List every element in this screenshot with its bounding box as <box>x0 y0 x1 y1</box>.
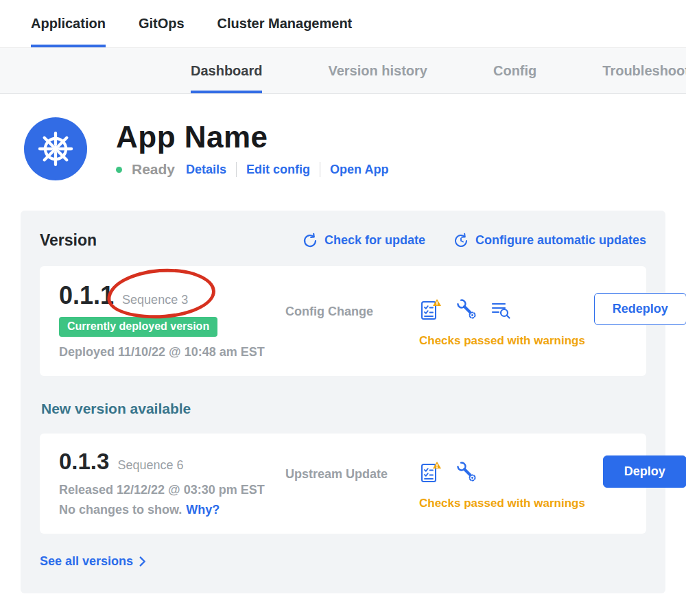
available-version-number: 0.1.3 <box>59 449 109 475</box>
page-title: App Name <box>116 120 388 154</box>
available-version-actions: Deploy Checks passed with warnings <box>419 449 686 517</box>
kubernetes-logo <box>24 117 87 180</box>
panel-actions: Check for update Configure automatic upd… <box>302 233 646 249</box>
status-text: Ready <box>132 161 175 178</box>
current-version-number: 0.1.1 <box>59 281 114 310</box>
released-timestamp: Released 12/12/22 @ 03:30 pm EST <box>59 483 285 497</box>
available-checks-status: Checks passed with warnings <box>419 497 585 510</box>
tab-config[interactable]: Config <box>493 48 536 93</box>
chevron-right-icon <box>139 556 146 567</box>
details-link[interactable]: Details <box>186 163 226 177</box>
preflight-checks-icon[interactable] <box>419 298 442 321</box>
version-panel-header: Version Check for update <box>40 231 646 250</box>
primary-nav: Application GitOps Cluster Management <box>0 0 686 48</box>
available-version-card: 0.1.3 Sequence 6 Released 12/12/22 @ 03:… <box>40 434 646 534</box>
see-all-versions-label: See all versions <box>40 554 133 569</box>
auto-update-icon <box>453 233 469 249</box>
refresh-icon <box>302 233 318 249</box>
current-sequence-label: Sequence 3 <box>122 293 188 307</box>
check-for-update-link[interactable]: Check for update <box>302 233 425 249</box>
tab-application[interactable]: Application <box>31 0 106 47</box>
available-change-type-label: Upstream Update <box>285 467 419 482</box>
configure-automatic-updates-link[interactable]: Configure automatic updates <box>453 233 646 249</box>
edit-config-link[interactable]: Edit config <box>246 163 310 177</box>
deployed-timestamp: Deployed 11/10/22 @ 10:48 am EST <box>59 345 285 359</box>
new-version-heading: New version available <box>41 401 646 417</box>
tab-version-history[interactable]: Version history <box>328 48 427 93</box>
view-files-icon[interactable] <box>490 299 511 320</box>
available-version-info: 0.1.3 Sequence 6 Released 12/12/22 @ 03:… <box>59 449 285 517</box>
redeploy-button[interactable]: Redeploy <box>594 293 686 325</box>
divider <box>320 162 320 177</box>
panel-title: Version <box>40 231 97 250</box>
no-changes-text: No changes to show. <box>59 503 182 517</box>
available-sequence-label: Sequence 6 <box>117 458 183 473</box>
current-checks-status: Checks passed with warnings <box>419 334 585 348</box>
tab-cluster-management[interactable]: Cluster Management <box>217 0 353 47</box>
config-tools-icon[interactable] <box>455 298 478 321</box>
status-row: Ready Details Edit config Open App <box>116 161 388 178</box>
config-tools-icon[interactable] <box>455 460 478 484</box>
current-version-actions: Redeploy Checks passed with warnings <box>419 281 686 359</box>
see-all-versions-link[interactable]: See all versions <box>40 554 146 569</box>
current-version-card: 0.1.1 Sequence 3 Currently deployed vers… <box>40 266 646 376</box>
current-change-type-label: Config Change <box>285 305 419 319</box>
tab-troubleshoot[interactable]: Troubleshoot <box>602 48 686 93</box>
version-panel: Version Check for update <box>21 211 665 593</box>
status-dot <box>116 167 122 173</box>
deploy-button[interactable]: Deploy <box>603 455 686 488</box>
why-link[interactable]: Why? <box>186 503 220 517</box>
preflight-checks-icon[interactable] <box>419 460 442 484</box>
secondary-nav: Dashboard Version history Config Trouble… <box>0 48 686 94</box>
tab-gitops[interactable]: GitOps <box>139 0 185 47</box>
divider <box>236 162 237 177</box>
check-for-update-label: Check for update <box>324 233 425 248</box>
open-app-link[interactable]: Open App <box>330 163 388 177</box>
configure-automatic-updates-label: Configure automatic updates <box>475 233 646 248</box>
deployed-badge: Currently deployed version <box>59 317 217 337</box>
current-version-info: 0.1.1 Sequence 3 Currently deployed vers… <box>59 281 285 359</box>
tab-dashboard[interactable]: Dashboard <box>191 48 262 93</box>
app-header: App Name Ready Details Edit config Open … <box>24 117 686 180</box>
